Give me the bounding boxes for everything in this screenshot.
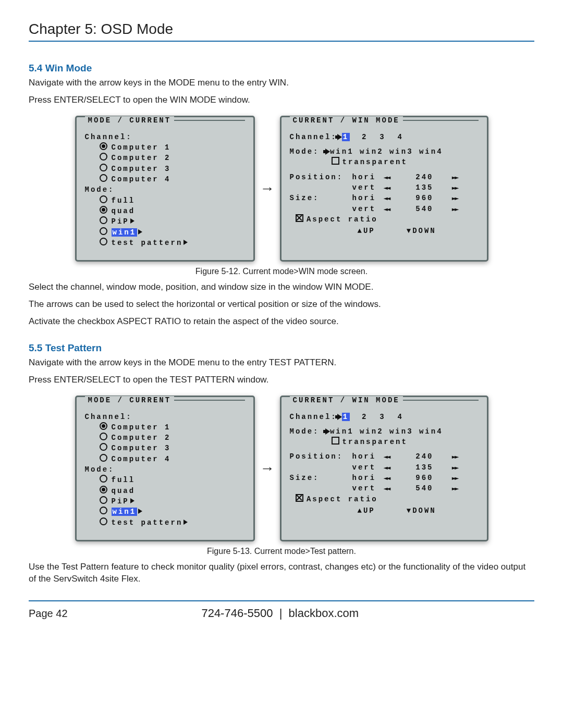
aspect-ratio-checkbox[interactable]: Aspect ratio [290,214,479,225]
channel-select-row: Channel:1 2 3 4 [290,412,479,422]
aspect-ratio-checkbox[interactable]: Aspect ratio [290,494,479,504]
radio-computer-4[interactable]: Computer 4 [100,454,245,464]
step-left-icon[interactable]: ◄◄ [384,473,408,483]
radio-empty-icon [100,216,107,224]
pointer-icon [325,428,330,435]
mode-win1[interactable]: win1 [330,427,354,436]
step-right-icon[interactable]: ►► [434,462,458,473]
osd-title-left: MODE / CURRENT [85,396,175,404]
radio-mode-quad[interactable]: quad [100,486,245,496]
step-right-icon[interactable]: ►► [434,204,458,214]
channel-label: Channel: [85,412,245,422]
radio-computer-2[interactable]: Computer 2 [100,153,245,163]
transparent-checkbox[interactable]: transparent [290,157,479,167]
osd-current-winmode: CURRENT / WIN MODE Channel:1 2 3 4 Mode:… [280,396,488,541]
after-fig12-p3: Activate the checkbox ASPECT RATIO to re… [29,316,534,328]
mode-label: Mode: [85,464,245,475]
step-left-icon[interactable]: ◄◄ [384,172,408,182]
osd-mode-current: MODE / CURRENT Channel: Computer 1 Compu… [75,396,255,541]
pointer-icon [325,149,330,155]
mode-win4[interactable]: win4 [419,147,443,156]
channel-4[interactable]: 4 [397,133,403,141]
radio-computer-4[interactable]: Computer 4 [100,174,245,184]
down-button[interactable]: ▼DOWN [407,505,436,516]
radio-mode-pip[interactable]: PiP [100,496,245,507]
radio-mode-full[interactable]: full [100,195,245,206]
submenu-arrow-icon [138,229,142,235]
osd-mode-current: MODE / CURRENT Channel: Computer 1 Compu… [75,116,255,262]
up-button[interactable]: ▲UP [358,505,375,516]
mode-win3[interactable]: win3 [389,427,413,436]
channel-3[interactable]: 3 [380,133,385,141]
arrow-right-icon: → [260,181,275,196]
radio-empty-icon [100,517,107,525]
osd-current-winmode: CURRENT / WIN MODE Channel:1 2 3 4 Mode:… [280,116,488,262]
radio-mode-pip[interactable]: PiP [100,216,245,227]
radio-mode-full[interactable]: full [100,475,245,485]
mode-win2[interactable]: win2 [360,427,384,436]
transparent-checkbox[interactable]: transparent [290,437,479,447]
mode-win1[interactable]: win1 [330,147,354,156]
checkbox-empty-icon [332,437,339,445]
pointer-icon [337,414,342,420]
radio-mode-win1[interactable]: win1 [100,507,245,517]
step-right-icon[interactable]: ►► [434,172,458,182]
page-number: Page 42 [29,608,68,620]
channel-3[interactable]: 3 [380,413,385,421]
pointer-icon [337,134,342,140]
channel-4[interactable]: 4 [397,413,403,421]
step-right-icon[interactable]: ►► [434,483,458,493]
footer-phone: 724-746-5500 [201,607,273,620]
position-hori-row: Position:hori◄◄240►► [290,451,479,462]
radio-mode-test-pattern[interactable]: test pattern [100,517,245,528]
after-fig12-p1: Select the channel, window mode, positio… [29,281,534,293]
mode-win2[interactable]: win2 [360,147,384,156]
radio-computer-1[interactable]: Computer 1 [100,142,245,153]
radio-empty-icon [100,507,107,514]
step-left-icon[interactable]: ◄◄ [384,182,408,193]
step-right-icon[interactable]: ►► [434,193,458,203]
channel-label: Channel: [85,132,245,142]
footer-rule [29,600,534,601]
radio-empty-icon [100,195,107,203]
checkbox-empty-icon [332,157,339,165]
radio-mode-test-pattern[interactable]: test pattern [100,238,245,248]
footer-site: blackbox.com [289,607,359,620]
section-55-title: 5.5 Test Pattern [29,342,534,354]
arrow-right-icon: → [260,461,275,476]
size-hori-row: Size:hori◄◄960►► [290,473,479,483]
channel-1[interactable]: 1 [342,413,350,421]
position-vert-row: vert◄◄135►► [290,462,479,473]
step-left-icon[interactable]: ◄◄ [384,451,408,462]
radio-computer-3[interactable]: Computer 3 [100,443,245,453]
after-fig13-p1: Use the Test Pattern feature to check mo… [29,561,534,585]
step-left-icon[interactable]: ◄◄ [384,462,408,473]
up-button[interactable]: ▲UP [358,226,375,236]
mode-win4[interactable]: win4 [419,427,443,436]
step-right-icon[interactable]: ►► [434,182,458,193]
position-vert-row: vert◄◄135►► [290,182,479,193]
size-vert-row: vert◄◄540►► [290,204,479,214]
section-54-p2: Press ENTER/SELECT to open the WIN MODE … [29,94,534,106]
step-right-icon[interactable]: ►► [434,451,458,462]
step-left-icon[interactable]: ◄◄ [384,193,408,203]
down-button[interactable]: ▼DOWN [407,226,436,236]
channel-2[interactable]: 2 [362,413,368,421]
mode-win3[interactable]: win3 [389,147,413,156]
section-54-p1: Navigate with the arrow keys in the MODE… [29,77,534,89]
radio-empty-icon [100,227,107,235]
channel-1[interactable]: 1 [342,133,350,141]
osd-title-right: CURRENT / WIN MODE [290,396,403,404]
radio-empty-icon [100,153,107,161]
radio-mode-win1[interactable]: win1 [100,227,245,238]
radio-computer-3[interactable]: Computer 3 [100,164,245,174]
channel-2[interactable]: 2 [362,133,368,141]
radio-computer-1[interactable]: Computer 1 [100,422,245,433]
radio-computer-2[interactable]: Computer 2 [100,433,245,443]
step-left-icon[interactable]: ◄◄ [384,204,408,214]
step-left-icon[interactable]: ◄◄ [384,483,408,493]
section-55-p1: Navigate with the arrow keys in the MODE… [29,357,534,369]
submenu-arrow-icon [130,218,134,224]
radio-mode-quad[interactable]: quad [100,206,245,216]
step-right-icon[interactable]: ►► [434,473,458,483]
